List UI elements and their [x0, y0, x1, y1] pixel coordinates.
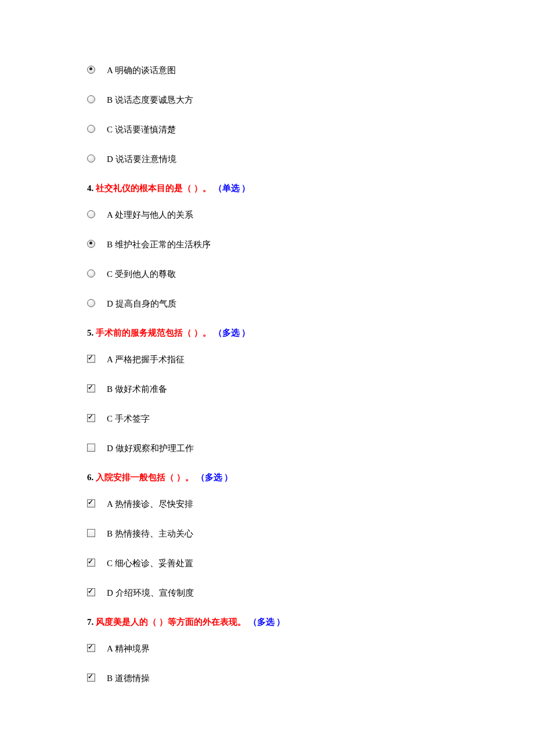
question-type: （多选 ） [214, 328, 251, 337]
option-radio[interactable] [87, 299, 95, 307]
option-label: B 维护社会正常的生活秩序 [107, 238, 211, 249]
option-row: B 道德情操 [87, 672, 534, 683]
option-checkbox[interactable] [87, 559, 95, 567]
option-label: D 提高自身的气质 [107, 297, 176, 308]
option-row: C 说话要谨慎清楚 [87, 123, 534, 134]
option-row: C 手术签字 [87, 412, 534, 423]
option-row: A 精神境界 [87, 642, 534, 653]
option-radio[interactable] [87, 125, 95, 133]
option-radio[interactable] [87, 210, 95, 218]
option-row: C 受到他人的尊敬 [87, 268, 534, 279]
option-radio[interactable] [87, 154, 95, 163]
option-checkbox[interactable] [87, 384, 95, 393]
option-row: B 说话态度要诚恳大方 [87, 93, 534, 105]
question-type: （多选 ） [248, 617, 286, 627]
option-checkbox[interactable] [87, 355, 95, 363]
option-checkbox[interactable] [87, 499, 95, 507]
option-row: D 介绍环境、宣传制度 [87, 586, 534, 597]
quiz-form: A 明确的谈话意图B 说话态度要诚恳大方C 说话要谨慎清楚D 说话要注意情境4.… [87, 64, 534, 683]
option-label: D 做好观察和护理工作 [107, 442, 194, 453]
question-prompt: 5. 手术前的服务规范包括（ ）。 （多选 ） [87, 327, 534, 339]
question-text: 社交礼仪的根本目的是（ ）。 [96, 183, 211, 193]
option-row: B 维护社会正常的生活秩序 [87, 238, 534, 249]
option-radio[interactable] [87, 66, 95, 74]
option-checkbox[interactable] [87, 444, 95, 452]
option-label: B 做好术前准备 [107, 383, 167, 394]
question-type: （多选 ） [196, 473, 233, 482]
option-row: A 处理好与他人的关系 [87, 208, 534, 219]
option-label: C 手术签字 [107, 412, 150, 423]
option-label: A 处理好与他人的关系 [107, 208, 193, 219]
question-number: 6. [87, 473, 93, 482]
option-row: A 明确的谈话意图 [87, 64, 534, 75]
option-row: B 热情接待、主动关心 [87, 527, 534, 538]
option-label: A 明确的谈话意图 [107, 64, 176, 75]
option-row: C 细心检诊、妥善处置 [87, 557, 534, 568]
option-label: A 热情接诊、尽快安排 [107, 498, 193, 509]
question-text: 入院安排一般包括（ ）。 [96, 473, 194, 482]
option-checkbox[interactable] [87, 414, 95, 422]
option-checkbox[interactable] [87, 529, 95, 537]
option-row: D 提高自身的气质 [87, 297, 534, 308]
option-label: B 热情接待、主动关心 [107, 527, 193, 538]
question-prompt: 4. 社交礼仪的根本目的是（ ）。 （单选 ） [87, 182, 534, 195]
option-label: C 说话要谨慎清楚 [107, 123, 176, 134]
option-row: A 严格把握手术指征 [87, 353, 534, 364]
option-label: A 严格把握手术指征 [107, 353, 185, 364]
option-label: D 说话要注意情境 [107, 153, 176, 164]
option-row: D 做好观察和护理工作 [87, 442, 534, 453]
option-checkbox[interactable] [87, 588, 95, 596]
option-row: D 说话要注意情境 [87, 153, 534, 164]
question-number: 7. [87, 617, 93, 627]
option-row: B 做好术前准备 [87, 383, 534, 394]
question-text: 风度美是人的（ ）等方面的外在表现。 [96, 617, 246, 627]
option-row: A 热情接诊、尽快安排 [87, 498, 534, 509]
option-label: C 细心检诊、妥善处置 [107, 557, 193, 568]
question-number: 5. [87, 328, 93, 337]
question-prompt: 6. 入院安排一般包括（ ）。 （多选 ） [87, 471, 534, 484]
question-number: 4. [87, 183, 93, 193]
option-label: B 说话态度要诚恳大方 [107, 93, 193, 105]
option-radio[interactable] [87, 95, 95, 103]
option-label: B 道德情操 [107, 672, 150, 683]
option-label: C 受到他人的尊敬 [107, 268, 176, 279]
option-checkbox[interactable] [87, 644, 95, 652]
option-checkbox[interactable] [87, 674, 95, 682]
question-prompt: 7. 风度美是人的（ ）等方面的外在表现。 （多选 ） [87, 616, 534, 628]
question-text: 手术前的服务规范包括（ ）。 [96, 328, 211, 337]
option-radio[interactable] [87, 269, 95, 278]
option-radio[interactable] [87, 240, 95, 248]
option-label: A 精神境界 [107, 642, 150, 653]
option-label: D 介绍环境、宣传制度 [107, 586, 194, 597]
question-type: （单选 ） [214, 183, 251, 193]
